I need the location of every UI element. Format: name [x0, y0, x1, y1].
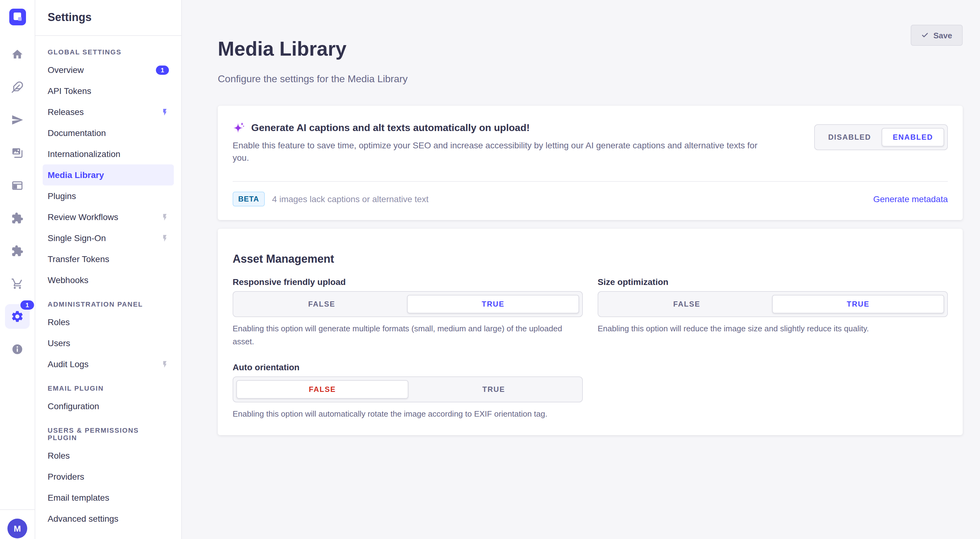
sidebar-item-email-templates[interactable]: Email templates — [43, 487, 174, 508]
strapi-logo[interactable] — [9, 9, 25, 25]
auto-orientation-field: Auto orientation FALSE TRUE Enabling thi… — [232, 361, 583, 420]
save-button[interactable]: Save — [910, 25, 963, 46]
false-option[interactable]: FALSE — [601, 295, 772, 313]
lightning-icon — [161, 213, 169, 221]
sidebar-item-single-sign-on[interactable]: Single Sign-On — [43, 227, 174, 249]
subnav-title: Settings — [35, 0, 181, 36]
layout-icon[interactable] — [5, 173, 30, 198]
sidebar-item-overview[interactable]: Overview 1 — [43, 59, 174, 80]
false-option[interactable]: FALSE — [236, 380, 408, 399]
enabled-option[interactable]: ENABLED — [881, 128, 944, 146]
section-label-email-plugin: EMAIL PLUGIN — [48, 384, 169, 392]
sidebar-item-plugins[interactable]: Plugins — [43, 185, 174, 206]
ai-captions-toggle: DISABLED ENABLED — [814, 124, 948, 150]
sidebar-item-webhooks[interactable]: Webhooks — [43, 270, 174, 290]
banner-top: Generate AI captions and alt texts autom… — [218, 106, 963, 181]
generate-metadata-link[interactable]: Generate metadata — [873, 194, 948, 204]
overview-count-badge: 1 — [156, 65, 169, 75]
section-label-users-permissions-plugin: USERS & PERMISSIONS PLUGIN — [48, 426, 169, 441]
puzzle-icon[interactable] — [5, 239, 30, 263]
ai-captions-banner: Generate AI captions and alt texts autom… — [218, 106, 963, 220]
false-option[interactable]: FALSE — [236, 295, 407, 313]
field-label: Responsive friendly upload — [232, 276, 583, 287]
banner-footer: BETA 4 images lack captions or alternati… — [218, 182, 963, 220]
puzzle-icon[interactable] — [5, 206, 30, 231]
page-subtitle: Configure the settings for the Media Lib… — [218, 74, 408, 85]
banner-description: Enable this feature to save time, optimi… — [232, 139, 768, 164]
responsive-upload-toggle: FALSE TRUE — [232, 291, 583, 317]
main-content: Media Library Configure the settings for… — [182, 0, 980, 539]
sidebar-item-admin-roles[interactable]: Roles — [43, 312, 174, 333]
home-icon[interactable] — [5, 42, 30, 67]
sidebar-item-email-configuration[interactable]: Configuration — [43, 396, 174, 417]
subnav-body: GLOBAL SETTINGS Overview 1 API Tokens Re… — [35, 36, 181, 529]
sidebar-item-internationalization[interactable]: Internationalization — [43, 143, 174, 165]
icon-rail: 1 M — [0, 0, 35, 539]
asset-management-card: Asset Management Responsive friendly upl… — [218, 229, 963, 435]
sidebar-item-admin-users[interactable]: Users — [43, 333, 174, 354]
sidebar-item-media-library[interactable]: Media Library — [43, 165, 174, 185]
app-window: 1 M Settings GLOBAL SETTINGS Overview 1 … — [0, 0, 980, 539]
images-icon[interactable] — [5, 140, 30, 165]
true-option[interactable]: TRUE — [408, 380, 579, 399]
sidebar-item-up-roles[interactable]: Roles — [43, 445, 174, 466]
rail-divider — [0, 509, 35, 510]
info-icon[interactable] — [5, 337, 30, 361]
sparkles-icon — [232, 122, 245, 134]
auto-orientation-toggle: FALSE TRUE — [232, 376, 583, 403]
sidebar-item-review-workflows[interactable]: Review Workflows — [43, 206, 174, 227]
settings-notification-badge: 1 — [21, 300, 34, 310]
banner-title: Generate AI captions and alt texts autom… — [251, 122, 530, 134]
check-icon — [921, 32, 928, 39]
page-header: Media Library Configure the settings for… — [218, 25, 963, 85]
section-label-administration-panel: ADMINISTRATION PANEL — [48, 300, 169, 308]
size-optimization-field: Size optimization FALSE TRUE Enabling th… — [598, 276, 948, 348]
true-option[interactable]: TRUE — [772, 295, 944, 313]
sidebar-item-audit-logs[interactable]: Audit Logs — [43, 354, 174, 374]
sidebar-item-providers[interactable]: Providers — [43, 466, 174, 487]
sidebar-item-api-tokens[interactable]: API Tokens — [43, 80, 174, 101]
asset-management-title: Asset Management — [232, 252, 948, 266]
beta-badge: BETA — [232, 192, 265, 206]
section-label-global-settings: GLOBAL SETTINGS — [48, 48, 169, 55]
field-description: Enabling this option will reduce the ima… — [598, 322, 948, 335]
lightning-icon — [161, 108, 169, 116]
send-icon[interactable] — [5, 108, 30, 132]
gear-icon[interactable]: 1 — [5, 304, 30, 329]
lightning-icon — [161, 360, 169, 368]
avatar[interactable]: M — [8, 518, 27, 538]
disabled-option[interactable]: DISABLED — [818, 128, 881, 146]
field-label: Size optimization — [598, 276, 948, 287]
field-description: Enabling this option will automatically … — [232, 407, 583, 420]
missing-captions-status: 4 images lack captions or alternative te… — [272, 194, 873, 204]
sidebar-item-transfer-tokens[interactable]: Transfer Tokens — [43, 249, 174, 270]
true-option[interactable]: TRUE — [407, 295, 579, 313]
feather-icon[interactable] — [5, 75, 30, 100]
cart-icon[interactable] — [5, 271, 30, 296]
asset-fields-grid: Responsive friendly upload FALSE TRUE En… — [232, 276, 948, 420]
lightning-icon — [161, 234, 169, 242]
responsive-friendly-upload-field: Responsive friendly upload FALSE TRUE En… — [232, 276, 583, 348]
sidebar-item-releases[interactable]: Releases — [43, 101, 174, 122]
sidebar-item-documentation[interactable]: Documentation — [43, 122, 174, 143]
field-label: Auto orientation — [232, 361, 583, 373]
rail-icon-list: 1 — [5, 42, 30, 369]
sidebar-item-advanced-settings[interactable]: Advanced settings — [43, 508, 174, 529]
size-optimization-toggle: FALSE TRUE — [598, 291, 948, 317]
settings-subnav: Settings GLOBAL SETTINGS Overview 1 API … — [35, 0, 182, 539]
page-title: Media Library — [218, 38, 408, 60]
field-description: Enabling this option will generate multi… — [232, 322, 583, 348]
